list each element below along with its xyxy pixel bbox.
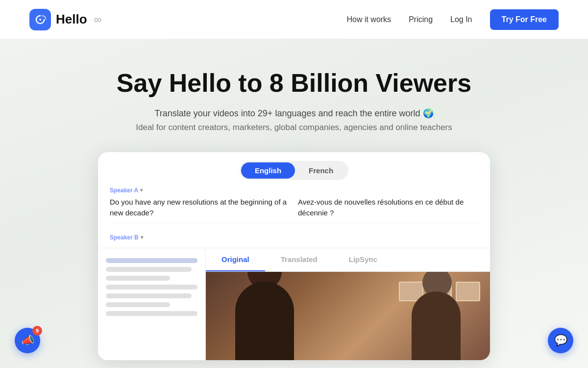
chat-icon: 💬 xyxy=(554,334,567,347)
logo-text: Hello xyxy=(56,12,87,27)
language-tab-french[interactable]: French xyxy=(295,162,347,179)
sidebar-item-3 xyxy=(106,276,170,281)
notification-icon: 📣 xyxy=(21,334,34,347)
transcript-original-text: Do you have any new resolutions at the b… xyxy=(110,197,290,219)
svg-point-0 xyxy=(39,19,41,21)
logo[interactable]: Hello ∞ xyxy=(29,9,101,30)
video-tab-translated[interactable]: Translated xyxy=(265,248,333,271)
video-tab-lipsync[interactable]: LipSync xyxy=(333,248,393,271)
notification-badge: 9 xyxy=(32,326,42,336)
video-tab-group: Original Translated LipSync xyxy=(206,248,490,272)
try-for-free-button[interactable]: Try For Free xyxy=(490,9,559,30)
navbar: Hello ∞ How it works Pricing Log In Try … xyxy=(0,0,588,39)
speaker-b-label: Speaker B ▾ xyxy=(110,234,478,241)
nav-pricing[interactable]: Pricing xyxy=(409,15,433,24)
nav-how-it-works[interactable]: How it works xyxy=(346,15,391,24)
transcript-translated-text: Avez-vous de nouvelles résolutions en ce… xyxy=(298,197,478,219)
logo-infinity-icon: ∞ xyxy=(94,13,102,26)
logo-icon xyxy=(29,9,51,30)
speaker-a-chevron-icon[interactable]: ▾ xyxy=(140,187,143,193)
nav-links: How it works Pricing Log In Try For Free xyxy=(346,9,559,30)
sidebar-item-6 xyxy=(106,302,170,307)
transcript-row: Do you have any new resolutions at the b… xyxy=(110,197,478,223)
speaker-b-section: Speaker B ▾ xyxy=(98,229,490,248)
sidebar-item-7 xyxy=(106,311,197,316)
person-right-body xyxy=(412,291,461,360)
video-panel: Original Translated LipSync xyxy=(206,248,490,360)
hero-title: Say Hello to 8 Billion Viewers xyxy=(117,69,471,98)
bg-picture-3 xyxy=(456,282,480,301)
video-thumbnail xyxy=(206,272,490,360)
language-tab-group: English French xyxy=(240,161,348,180)
transcript-section: Speaker A ▾ Do you have any new resoluti… xyxy=(98,182,490,229)
sidebar-item-4 xyxy=(106,285,197,289)
bottom-area: Original Translated LipSync xyxy=(98,248,490,360)
video-tab-original[interactable]: Original xyxy=(206,248,265,271)
speaker-b-chevron-icon[interactable]: ▾ xyxy=(141,235,143,240)
nav-login[interactable]: Log In xyxy=(450,15,472,24)
hero-sub2: Ideal for content creators, marketers, g… xyxy=(136,123,452,132)
sidebar-item-5 xyxy=(106,293,192,298)
sidebar-list xyxy=(98,248,206,360)
person-left-body xyxy=(235,282,294,360)
speaker-a-label: Speaker A ▾ xyxy=(110,187,478,194)
notification-button[interactable]: 📣 9 xyxy=(15,328,40,353)
hero-subtitle: Translate your videos into 29+ languages… xyxy=(154,108,433,119)
hero-section: Say Hello to 8 Billion Viewers Translate… xyxy=(0,39,588,368)
chat-button[interactable]: 💬 xyxy=(548,328,573,353)
sidebar-item-2 xyxy=(106,267,192,272)
demo-card: English French Speaker A ▾ Do you have a… xyxy=(98,152,490,360)
language-tab-english[interactable]: English xyxy=(241,162,295,179)
sidebar-item-1 xyxy=(106,258,197,263)
